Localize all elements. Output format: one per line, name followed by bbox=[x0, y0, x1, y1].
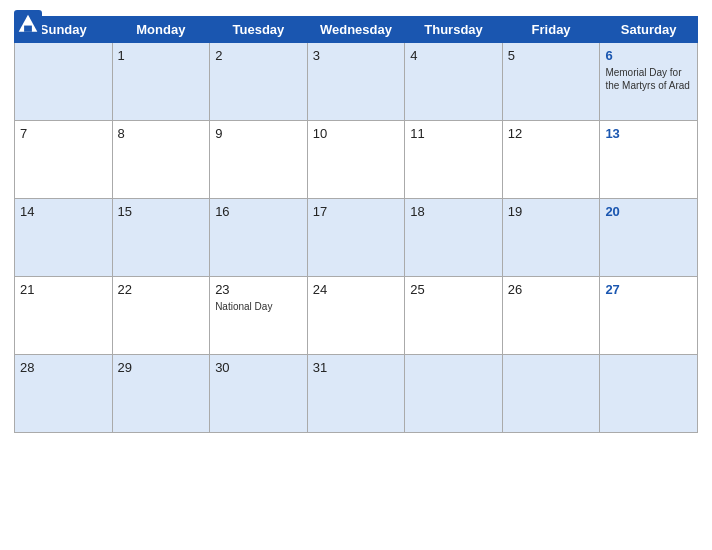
day-number: 4 bbox=[410, 48, 417, 63]
day-number: 27 bbox=[605, 282, 619, 297]
holiday-text: Memorial Day for the Martyrs of Arad bbox=[605, 66, 692, 92]
week-row-1: 78910111213 bbox=[15, 121, 698, 199]
day-number: 25 bbox=[410, 282, 424, 297]
day-number: 13 bbox=[605, 126, 619, 141]
day-number: 7 bbox=[20, 126, 27, 141]
holiday-text: National Day bbox=[215, 300, 302, 313]
calendar-cell: 15 bbox=[112, 199, 210, 277]
generalblue-logo-icon bbox=[14, 10, 42, 38]
day-number: 15 bbox=[118, 204, 132, 219]
calendar-cell: 3 bbox=[307, 43, 405, 121]
calendar-cell: 11 bbox=[405, 121, 503, 199]
day-number: 26 bbox=[508, 282, 522, 297]
calendar-cell: 4 bbox=[405, 43, 503, 121]
calendar-cell: 21 bbox=[15, 277, 113, 355]
calendar-cell: 27 bbox=[600, 277, 698, 355]
week-row-3: 212223National Day24252627 bbox=[15, 277, 698, 355]
week-row-2: 14151617181920 bbox=[15, 199, 698, 277]
week-row-4: 28293031 bbox=[15, 355, 698, 433]
day-number: 19 bbox=[508, 204, 522, 219]
day-number: 2 bbox=[215, 48, 222, 63]
day-number: 12 bbox=[508, 126, 522, 141]
calendar-cell: 17 bbox=[307, 199, 405, 277]
calendar-cell: 1 bbox=[112, 43, 210, 121]
calendar-cell: 20 bbox=[600, 199, 698, 277]
calendar-cell: 16 bbox=[210, 199, 308, 277]
calendar-cell: 10 bbox=[307, 121, 405, 199]
calendar-cell: 6Memorial Day for the Martyrs of Arad bbox=[600, 43, 698, 121]
day-number: 24 bbox=[313, 282, 327, 297]
calendar-cell: 28 bbox=[15, 355, 113, 433]
weekday-header-tuesday: Tuesday bbox=[210, 17, 308, 43]
day-number: 31 bbox=[313, 360, 327, 375]
day-number: 6 bbox=[605, 48, 612, 63]
day-number: 23 bbox=[215, 282, 229, 297]
calendar-cell: 31 bbox=[307, 355, 405, 433]
weekday-header-saturday: Saturday bbox=[600, 17, 698, 43]
calendar-cell: 29 bbox=[112, 355, 210, 433]
calendar-cell: 7 bbox=[15, 121, 113, 199]
day-number: 5 bbox=[508, 48, 515, 63]
calendar-cell: 18 bbox=[405, 199, 503, 277]
calendar-cell: 2 bbox=[210, 43, 308, 121]
calendar-cell: 8 bbox=[112, 121, 210, 199]
weekday-header-wednesday: Wednesday bbox=[307, 17, 405, 43]
day-number: 1 bbox=[118, 48, 125, 63]
calendar-cell bbox=[502, 355, 600, 433]
weekday-header-friday: Friday bbox=[502, 17, 600, 43]
calendar-cell: 19 bbox=[502, 199, 600, 277]
calendar-cell bbox=[15, 43, 113, 121]
day-number: 28 bbox=[20, 360, 34, 375]
calendar-cell: 14 bbox=[15, 199, 113, 277]
day-number: 18 bbox=[410, 204, 424, 219]
day-number: 14 bbox=[20, 204, 34, 219]
day-number: 9 bbox=[215, 126, 222, 141]
day-number: 21 bbox=[20, 282, 34, 297]
calendar-cell: 24 bbox=[307, 277, 405, 355]
weekday-header-row: SundayMondayTuesdayWednesdayThursdayFrid… bbox=[15, 17, 698, 43]
day-number: 20 bbox=[605, 204, 619, 219]
week-row-0: 123456Memorial Day for the Martyrs of Ar… bbox=[15, 43, 698, 121]
svg-rect-2 bbox=[24, 26, 32, 32]
day-number: 16 bbox=[215, 204, 229, 219]
day-number: 30 bbox=[215, 360, 229, 375]
day-number: 29 bbox=[118, 360, 132, 375]
calendar-cell: 30 bbox=[210, 355, 308, 433]
day-number: 17 bbox=[313, 204, 327, 219]
calendar-cell: 5 bbox=[502, 43, 600, 121]
calendar-cell: 25 bbox=[405, 277, 503, 355]
weekday-header-monday: Monday bbox=[112, 17, 210, 43]
calendar-cell: 12 bbox=[502, 121, 600, 199]
logo-area bbox=[14, 10, 46, 38]
calendar-container: SundayMondayTuesdayWednesdayThursdayFrid… bbox=[0, 0, 712, 550]
calendar-cell bbox=[405, 355, 503, 433]
day-number: 22 bbox=[118, 282, 132, 297]
day-number: 10 bbox=[313, 126, 327, 141]
weekday-header-thursday: Thursday bbox=[405, 17, 503, 43]
day-number: 8 bbox=[118, 126, 125, 141]
day-number: 3 bbox=[313, 48, 320, 63]
calendar-cell: 9 bbox=[210, 121, 308, 199]
day-number: 11 bbox=[410, 126, 424, 141]
calendar-table: SundayMondayTuesdayWednesdayThursdayFrid… bbox=[14, 16, 698, 433]
calendar-cell: 23National Day bbox=[210, 277, 308, 355]
calendar-cell bbox=[600, 355, 698, 433]
calendar-cell: 22 bbox=[112, 277, 210, 355]
calendar-cell: 13 bbox=[600, 121, 698, 199]
calendar-cell: 26 bbox=[502, 277, 600, 355]
